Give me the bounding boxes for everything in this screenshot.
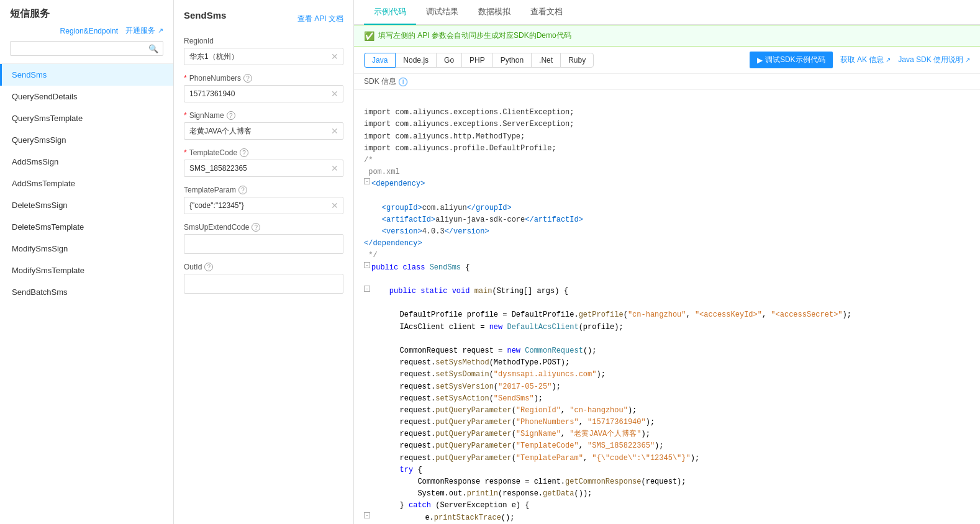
out-id-input[interactable] [184,274,343,294]
info-bar: ✅ 填写左侧的 API 参数会自动同步生成对应SDK的Demo代码 [354,25,980,47]
sidebar-item-sendbatchsms[interactable]: SendBatchSms [0,281,173,303]
region-id-group: RegionId ✕ [184,37,343,65]
lang-tab-nodejs[interactable]: Node.js [395,53,437,68]
out-id-label: OutId ? [184,263,343,271]
sidebar-search: 🔍 [10,41,163,56]
region-id-input[interactable] [184,48,343,65]
fold-btn-2[interactable]: - [364,262,370,268]
template-param-input[interactable] [184,197,343,214]
sms-up-extend-code-help-icon[interactable]: ? [252,223,260,232]
sidebar-header: 短信服务 Region&Endpoint 开通服务 ↗ 🔍 [0,0,173,64]
code-content: import com.aliyuncs.exceptions.ClientExc… [354,90,980,524]
lang-tab-dotnet[interactable]: .Net [531,53,561,68]
template-param-clear-btn[interactable]: ✕ [331,201,338,210]
out-id-help-icon[interactable]: ? [204,263,213,271]
phone-numbers-group: * PhoneNumbers ? ✕ [184,74,343,102]
sms-up-extend-code-input[interactable] [184,234,343,254]
sign-name-label: * SignName ? [184,111,343,120]
lang-tab-java[interactable]: Java [364,53,396,68]
search-input[interactable] [10,41,163,56]
fold-btn-4[interactable]: - [364,512,370,518]
right-tab-example[interactable]: 示例代码 [364,0,416,25]
phone-numbers-help-icon[interactable]: ? [243,74,252,83]
phone-numbers-label: * PhoneNumbers ? [184,74,343,83]
external-link-icon-2: ↗ [965,56,970,63]
play-icon: ▶ [757,56,763,65]
info-bar-text: 填写左侧的 API 参数会自动同步生成对应SDK的Demo代码 [378,30,571,41]
sidebar-item-querysmstemplate[interactable]: QuerySmsTemplate [0,107,173,129]
right-panel: 示例代码调试结果数据模拟查看文档 ✅ 填写左侧的 API 参数会自动同步生成对应… [354,0,980,524]
search-icon: 🔍 [148,44,158,53]
lang-tabs: JavaNode.jsGoPHPPython.NetRuby [364,53,594,68]
sms-up-extend-code-group: SmsUpExtendCode ? [184,223,343,254]
template-code-input-wrap: ✕ [184,160,343,177]
template-code-group: * TemplateCode ? ✕ [184,148,343,177]
lang-tab-python[interactable]: Python [492,53,532,68]
get-ak-btn[interactable]: 获取 AK 信息 ↗ [840,55,891,65]
template-param-input-wrap: ✕ [184,197,343,214]
fold-btn-3[interactable]: - [364,286,370,292]
api-doc-link[interactable]: 查看 API 文档 [297,14,343,24]
sidebar-item-querysmssign[interactable]: QuerySmsSign [0,129,173,151]
middle-panel: SendSms 查看 API 文档 RegionId ✕ * PhoneNumb… [174,0,354,524]
sidebar-nav: SendSmsQuerySendDetailsQuerySmsTemplateQ… [0,64,173,524]
right-tab-mock[interactable]: 数据模拟 [468,0,520,25]
sidebar: 短信服务 Region&Endpoint 开通服务 ↗ 🔍 SendSmsQue… [0,0,174,524]
sidebar-item-deletesmstemplate[interactable]: DeleteSmsTemplate [0,216,173,238]
sdk-info-help-icon[interactable]: i [399,78,407,86]
sign-name-input[interactable] [184,122,343,140]
region-endpoint-link[interactable]: Region&Endpoint 开通服务 ↗ [10,25,163,36]
out-id-input-wrap [184,274,343,294]
sidebar-item-querysenddetails[interactable]: QuerySendDetails [0,86,173,107]
sidebar-title: 短信服务 [10,7,163,20]
sidebar-item-addsmssign[interactable]: AddSmsSign [0,151,173,173]
lang-tab-php[interactable]: PHP [461,53,493,68]
code-area[interactable]: import com.aliyuncs.exceptions.ClientExc… [354,90,980,524]
external-link-icon: ↗ [886,56,891,63]
template-code-input[interactable] [184,160,343,177]
sidebar-item-addsmstemplate[interactable]: AddSmsTemplate [0,173,173,194]
region-id-clear-btn[interactable]: ✕ [331,52,338,61]
sidebar-item-modifysmssign[interactable]: ModifySmsSign [0,238,173,260]
right-tab-docs[interactable]: 查看文档 [520,0,573,25]
fold-btn-1[interactable]: - [364,178,370,184]
phone-numbers-clear-btn[interactable]: ✕ [331,89,338,98]
java-sdk-usage-btn[interactable]: Java SDK 使用说明 ↗ [898,55,970,65]
template-param-help-icon[interactable]: ? [238,186,247,194]
phone-numbers-input-wrap: ✕ [184,85,343,102]
lang-tab-go[interactable]: Go [436,53,462,68]
right-tabs: 示例代码调试结果数据模拟查看文档 [354,0,980,25]
sidebar-item-deletesmssign[interactable]: DeleteSmsSign [0,194,173,216]
out-id-group: OutId ? [184,263,343,294]
sign-name-input-wrap: ✕ [184,122,343,140]
template-param-group: TemplateParam ? ✕ [184,186,343,214]
sdk-actions: ▶ 调试SDK示例代码 获取 AK 信息 ↗ Java SDK 使用说明 ↗ [750,52,970,68]
lang-tab-ruby[interactable]: Ruby [560,53,594,68]
sidebar-item-sendsms[interactable]: SendSms [0,64,173,86]
sms-up-extend-code-label: SmsUpExtendCode ? [184,223,343,232]
region-id-label: RegionId [184,37,343,45]
template-code-help-icon[interactable]: ? [240,148,248,157]
template-param-label: TemplateParam ? [184,186,343,194]
sign-name-clear-btn[interactable]: ✕ [331,127,338,135]
region-id-input-wrap: ✕ [184,48,343,65]
sidebar-item-modifysmstemplate[interactable]: ModifySmsTemplate [0,260,173,281]
sms-up-extend-code-input-wrap [184,234,343,254]
sdk-info-label: SDK 信息 [364,76,396,87]
sign-name-help-icon[interactable]: ? [227,111,235,120]
phone-numbers-input[interactable] [184,85,343,102]
test-sdk-btn[interactable]: ▶ 调试SDK示例代码 [750,52,833,68]
template-code-label: * TemplateCode ? [184,148,343,157]
right-tab-debug[interactable]: 调试结果 [416,0,468,25]
panel-title: SendSms [184,10,226,20]
sign-name-group: * SignName ? ✕ [184,111,343,140]
check-icon: ✅ [364,31,374,41]
template-code-clear-btn[interactable]: ✕ [331,164,338,173]
